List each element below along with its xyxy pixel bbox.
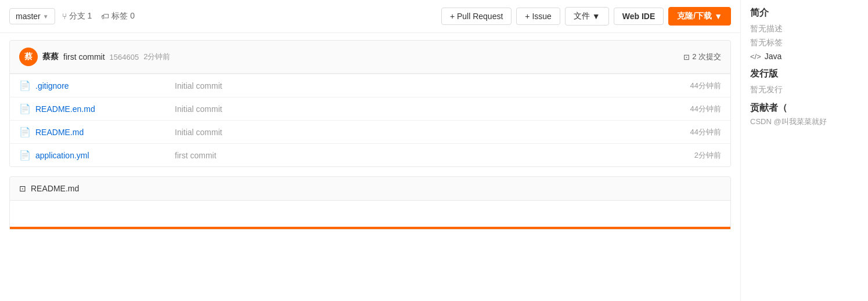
sidebar-no-release: 暂无发行 [750,85,859,95]
commit-bar: 蔡 蔡蔡 first commit 1564605 2分钟前 ⊡ 2 次提交 [9,40,731,74]
sidebar-release-title: 发行版 [750,68,859,80]
toolbar-right: + Pull Request + Issue 文件 ▼ Web IDE 克隆/下… [441,7,731,26]
file-icon: 📄 [19,150,31,161]
branch-count[interactable]: ⑂ 分支 1 [62,11,92,21]
readme-icon: ⊡ [19,184,26,193]
file-chevron: ▼ [592,12,600,21]
readme-label: README.md [31,184,79,193]
commits-icon: ⊡ [683,53,690,61]
file-commit-msg: Initial commit [163,104,690,114]
webide-button[interactable]: Web IDE [614,8,664,25]
file-commit-msg: first commit [163,151,694,160]
file-icon: 📄 [19,103,31,114]
file-name[interactable]: README.en.md [35,104,163,114]
commits-count-label: 2 次提交 [692,52,721,62]
pull-request-button[interactable]: + Pull Request [441,8,512,25]
commit-author: 蔡蔡 [42,52,59,62]
branch-icon: ⑂ [62,12,67,21]
file-icon: 📄 [19,80,31,91]
file-time: 44分钟前 [690,127,721,137]
sidebar-lang: </> Java [750,52,859,61]
readme-bar: ⊡ README.md [9,176,731,201]
clone-button[interactable]: 克隆/下载 ▼ [668,7,731,26]
sidebar-lang-label: Java [765,52,782,61]
tag-count-label: 标签 0 [111,11,135,21]
file-button[interactable]: 文件 ▼ [565,7,609,26]
sidebar-no-desc: 暂无描述 [750,24,859,34]
sidebar-intro-title: 简介 [750,7,859,19]
file-commit-msg: Initial commit [163,128,690,137]
file-time: 44分钟前 [690,81,721,91]
branch-stats: ⑂ 分支 1 🏷 标签 0 [62,11,135,21]
file-icon: 📄 [19,126,31,137]
tag-count[interactable]: 🏷 标签 0 [101,11,135,21]
commit-time: 2分钟前 [143,52,170,62]
clone-chevron: ▼ [714,12,722,21]
file-name[interactable]: application.yml [35,151,163,160]
avatar: 蔡 [19,48,38,66]
tag-icon: 🏷 [101,12,109,21]
sidebar-contributors-title: 贡献者（ [750,102,859,114]
branch-selector[interactable]: master ▼ [9,8,55,24]
commit-info: 蔡蔡 first commit 1564605 2分钟前 [42,52,170,62]
table-row: 📄 README.md Initial commit 44分钟前 [10,120,730,143]
commit-message[interactable]: first commit [63,52,105,61]
sidebar-csdn: CSDN @叫我菜菜就好 [750,117,859,127]
commit-count: ⊡ 2 次提交 [683,52,721,62]
table-row: 📄 application.yml first commit 2分钟前 [10,143,730,166]
branch-count-label: 分支 1 [69,11,92,21]
table-row: 📄 README.en.md Initial commit 44分钟前 [10,97,730,120]
branch-label: master [16,12,41,21]
toolbar: master ▼ ⑂ 分支 1 🏷 标签 0 + Pull Request [0,0,740,33]
table-row: 📄 .gitignore Initial commit 44分钟前 [10,74,730,97]
code-icon: </> [750,52,761,61]
readme-content [9,201,731,230]
file-time: 44分钟前 [690,104,721,114]
file-commit-msg: Initial commit [163,81,690,90]
file-time: 2分钟前 [694,150,721,161]
file-name[interactable]: README.md [35,128,163,137]
commit-hash: 1564605 [110,53,139,61]
sidebar-no-tags: 暂无标签 [750,38,859,48]
branch-chevron: ▼ [43,13,49,20]
file-name[interactable]: .gitignore [35,81,163,90]
file-table: 📄 .gitignore Initial commit 44分钟前 📄 READ… [9,74,731,167]
readme-bottom-bar [10,227,730,229]
sidebar: 简介 暂无描述 暂无标签 </> Java 发行版 暂无发行 贡献者（ CSDN… [740,0,868,301]
issue-button[interactable]: + Issue [516,8,560,25]
